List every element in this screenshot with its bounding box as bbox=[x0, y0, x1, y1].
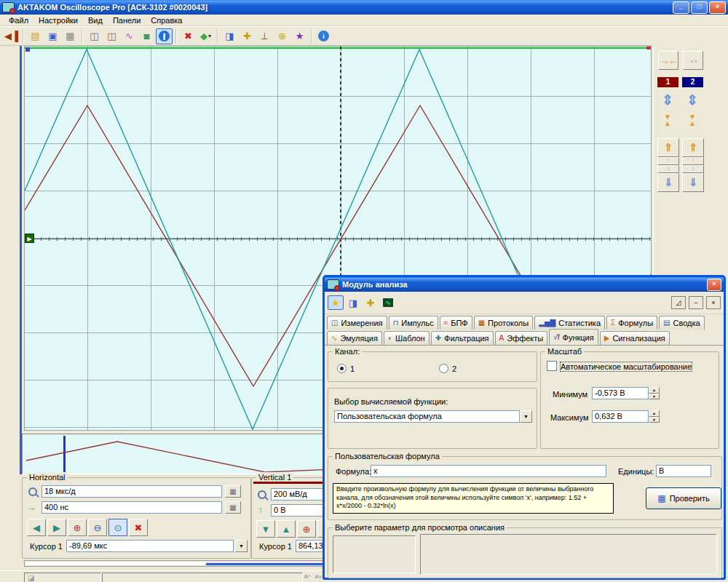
parameter-list[interactable] bbox=[333, 535, 416, 573]
min-up-button[interactable]: ▲ bbox=[649, 387, 660, 394]
max-down-button[interactable]: ▼ bbox=[649, 417, 660, 423]
fit-horizontal-button[interactable]: →← bbox=[658, 51, 678, 70]
tab-Эмуляция[interactable]: ∿Эмуляция bbox=[327, 331, 382, 345]
time-offset-auto-button[interactable]: ▦ bbox=[225, 501, 241, 514]
ch1-nudge-down-button[interactable]: ↓ bbox=[657, 165, 679, 173]
tab-Фильтрация[interactable]: ✚Фильтрация bbox=[431, 331, 494, 345]
exit-button[interactable]: ◀▐ bbox=[3, 28, 20, 44]
display-refresh-button[interactable]: ◙ bbox=[138, 28, 155, 44]
minimize-button[interactable]: _ bbox=[673, 1, 689, 14]
panel-info-button[interactable]: ◨ bbox=[221, 28, 238, 44]
screen-view-button[interactable]: ∿ bbox=[380, 295, 396, 310]
ch2-shift-down-button[interactable]: ⇓ bbox=[682, 173, 704, 192]
v-zoom-in-button[interactable]: ⊕ bbox=[297, 520, 316, 538]
status-button-0[interactable]: А^ bbox=[302, 573, 312, 581]
time-scale-auto-button[interactable]: ▦ bbox=[225, 485, 241, 498]
function-combo-dropdown[interactable]: ▼ bbox=[520, 410, 532, 423]
h-scroll-right-button[interactable]: ▶ bbox=[47, 519, 66, 536]
save-button[interactable]: ▣ bbox=[44, 28, 61, 44]
ch2-nudge-down-button[interactable]: ↓ bbox=[682, 165, 704, 173]
favorites-button[interactable]: ★ bbox=[328, 295, 344, 310]
radio-icon-ch2[interactable] bbox=[439, 364, 448, 373]
ch2-compress-vertical-button[interactable]: ▼▲ bbox=[682, 113, 703, 127]
checkbox-icon-autoscale[interactable] bbox=[547, 361, 557, 371]
tab-Статистика[interactable]: ▂▅▇Статистика bbox=[534, 316, 605, 330]
add-marker-dropdown-icon[interactable]: ▾ bbox=[208, 33, 211, 39]
function-combo-value[interactable]: Пользовательская формула bbox=[334, 410, 520, 423]
h-cursor-field[interactable]: -89,69 мкс bbox=[66, 540, 234, 552]
close-panel-button[interactable]: × bbox=[706, 296, 721, 309]
tab-Импульс[interactable]: ⊓Импульс bbox=[389, 316, 438, 330]
ch2-expand-vertical-button[interactable]: ⇕ bbox=[682, 92, 703, 109]
max-value-field[interactable]: 0,632 В bbox=[592, 410, 649, 423]
min-value-field[interactable]: -0,573 В bbox=[592, 387, 649, 399]
maximize-button[interactable]: □ bbox=[691, 1, 708, 14]
h-zoom-window-button[interactable]: ⊙ bbox=[108, 519, 127, 536]
v-shift-up-button[interactable]: ▲ bbox=[277, 520, 296, 538]
dialog-title-bar[interactable]: Модуль анализа × bbox=[325, 277, 724, 292]
function-combobox[interactable]: Пользовательская формула ▼ bbox=[334, 410, 532, 423]
menu-view[interactable]: Вид bbox=[83, 15, 108, 25]
panel-settings-button[interactable]: ⊛ bbox=[274, 28, 290, 44]
ch1-shift-down-button[interactable]: ⇓ bbox=[657, 173, 679, 192]
channel-radio-1[interactable]: 1 bbox=[337, 364, 355, 373]
tab-БПФ[interactable]: ≈БПФ bbox=[440, 316, 472, 330]
menu-file[interactable]: Файл bbox=[4, 15, 33, 25]
max-up-button[interactable]: ▲ bbox=[649, 410, 660, 417]
channel-1-header[interactable]: 1 bbox=[657, 77, 678, 87]
ch2-shift-up-button[interactable]: ⇑ bbox=[682, 138, 704, 157]
ch1-compress-vertical-button[interactable]: ▼▲ bbox=[657, 113, 678, 127]
time-scale-field[interactable]: 18 мкс/д bbox=[41, 485, 222, 498]
panel-measure-button[interactable]: ✚ bbox=[239, 28, 256, 44]
check-formula-button[interactable]: ▦ Проверить bbox=[646, 487, 721, 509]
plot-splitter[interactable] bbox=[20, 46, 22, 474]
h-cursor-dropdown[interactable]: ▼ bbox=[235, 540, 248, 552]
units-input[interactable]: В bbox=[656, 465, 711, 477]
measure-tool-button[interactable]: ✚ bbox=[363, 295, 379, 310]
tab-Сигнализация[interactable]: ▶Сигнализация bbox=[600, 331, 670, 345]
panel-generator-button[interactable]: ⊥ bbox=[256, 28, 273, 44]
rollup-button[interactable]: ◿ bbox=[671, 296, 686, 309]
delete-marker-button[interactable]: ✖ bbox=[180, 28, 197, 44]
waveform-button[interactable]: ∿ bbox=[121, 28, 138, 44]
autoscale-checkbox[interactable]: Автоматическое масштабирование bbox=[547, 361, 692, 371]
close-button[interactable]: × bbox=[709, 1, 726, 14]
info-panel-button[interactable]: ◨ bbox=[345, 295, 361, 310]
pause-button[interactable]: ∥ bbox=[156, 28, 173, 44]
tab-Сводка[interactable]: ▤Сводка bbox=[659, 316, 705, 330]
tab-Шаблон[interactable]: ◐Шаблон bbox=[384, 331, 430, 345]
panel-wizard-button[interactable]: ★ bbox=[291, 28, 308, 44]
h-zoom-out-button[interactable]: ⊖ bbox=[88, 519, 107, 536]
tab-Функция[interactable]: √fФункция bbox=[549, 329, 598, 345]
status-button-1[interactable]: Аv bbox=[313, 573, 323, 581]
tab-Эффекты[interactable]: AЭффекты bbox=[495, 331, 548, 345]
about-button[interactable]: i bbox=[315, 28, 332, 44]
time-offset-field[interactable]: 400 нс bbox=[41, 501, 222, 514]
formula-input[interactable]: x bbox=[371, 465, 606, 477]
print-button[interactable]: ▦ bbox=[62, 28, 79, 44]
copy-data-button[interactable]: ◫ bbox=[103, 28, 120, 44]
ch2-nudge-up-button[interactable]: ↑ bbox=[682, 157, 704, 165]
h-zoom-reset-button[interactable]: ✖ bbox=[129, 519, 148, 536]
minimize-button[interactable]: − bbox=[689, 296, 703, 309]
menu-help[interactable]: Справка bbox=[146, 15, 187, 25]
tab-Протоколы[interactable]: ▦Протоколы bbox=[474, 316, 534, 330]
copy-image-button[interactable]: ◫ bbox=[86, 28, 103, 44]
ch1-shift-up-button[interactable]: ⇑ bbox=[657, 138, 679, 157]
menu-settings[interactable]: Настройки bbox=[33, 15, 83, 25]
dialog-close-button[interactable]: × bbox=[707, 279, 721, 291]
title-bar[interactable]: AKTAKOM Oscilloscope Pro [АСК-3102 #0020… bbox=[0, 0, 728, 15]
menu-panels[interactable]: Панели bbox=[108, 15, 146, 25]
v-shift-down-button[interactable]: ▼ bbox=[256, 520, 275, 538]
min-down-button[interactable]: ▼ bbox=[649, 394, 660, 400]
h-scroll-left-button[interactable]: ◀ bbox=[27, 519, 46, 536]
ch1-expand-vertical-button[interactable]: ⇕ bbox=[657, 92, 678, 109]
tab-Формулы[interactable]: ΣФормулы bbox=[606, 316, 657, 330]
radio-icon-ch1[interactable] bbox=[337, 364, 347, 373]
channel-2-header[interactable]: 2 bbox=[682, 77, 703, 87]
ch1-nudge-up-button[interactable]: ↑ bbox=[657, 157, 679, 165]
h-zoom-in-button[interactable]: ⊕ bbox=[68, 519, 87, 536]
add-marker-button[interactable]: ◆▾ bbox=[197, 28, 214, 44]
open-button[interactable]: ▤ bbox=[27, 28, 44, 44]
channel-radio-2[interactable]: 2 bbox=[439, 364, 456, 373]
